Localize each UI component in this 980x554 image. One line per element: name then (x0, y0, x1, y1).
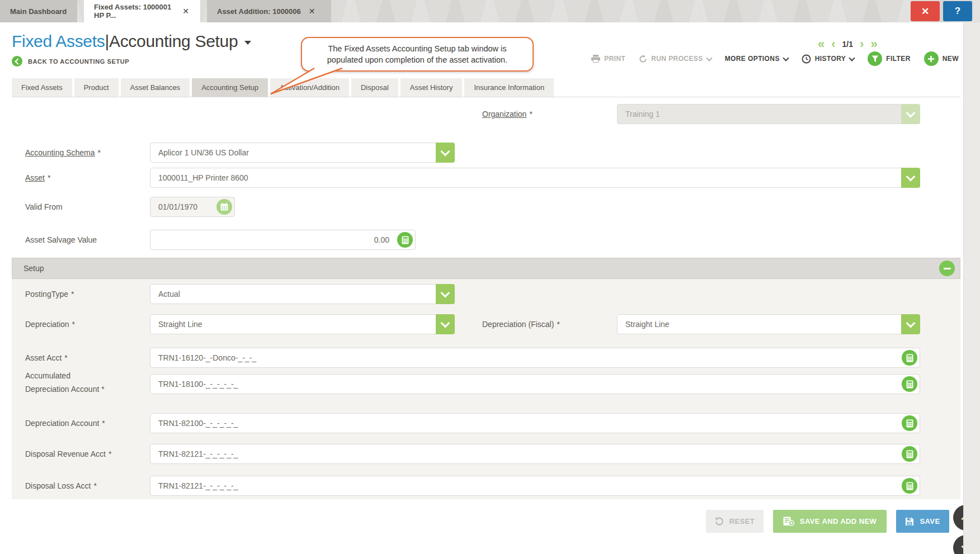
calculator-icon[interactable] (902, 415, 917, 431)
organization-dropdown-button (901, 104, 920, 124)
calculator-icon[interactable] (902, 350, 917, 366)
organization-label[interactable]: Organization * (482, 104, 533, 124)
accounting-schema-dropdown-button[interactable] (436, 143, 455, 163)
tab-accounting-setup[interactable]: Accounting Setup (192, 78, 268, 97)
save-button[interactable]: SAVE (896, 510, 949, 533)
new-button[interactable]: NEW (924, 51, 959, 66)
depreciation-fiscal-dropdown-button[interactable] (901, 314, 920, 334)
back-to-accounting-setup-link[interactable]: BACK TO ACCOUNTING SETUP (12, 56, 129, 67)
close-icon[interactable]: ✕ (181, 7, 190, 16)
depreciation-label: Depreciation * (25, 314, 75, 334)
close-icon[interactable]: ✕ (308, 7, 317, 16)
setup-section-title: Setup (23, 264, 44, 273)
back-circle (12, 56, 22, 67)
tab-label: Asset Balances (130, 83, 181, 92)
more-options-button[interactable]: MORE OPTIONS (725, 55, 788, 63)
label-text: Asset Acct (25, 353, 62, 362)
window-tab-fixed-assets[interactable]: Fixed Assets: 1000001 HP P... ✕ (84, 0, 200, 22)
window-tab-label: Main Dashboard (10, 7, 67, 16)
disposal-loss-acct-field[interactable]: TRN1-82121-_-_-_-_-_ (150, 476, 920, 496)
required-marker: * (102, 419, 105, 428)
label-text: Disposal Revenue Acct (25, 449, 106, 458)
page-title-module: Fixed Assets (12, 32, 105, 50)
asset-salvage-value-field[interactable]: 0.00 (150, 230, 416, 250)
accumulated-depreciation-account-field[interactable]: TRN1-18100-_-_-_-_-_ (150, 374, 920, 394)
calculator-icon[interactable] (397, 232, 413, 248)
main-content: Fixed Assets|Accounting Setup BACK TO AC… (0, 22, 980, 554)
label-text: Asset (25, 173, 45, 182)
run-process-button[interactable]: RUN PROCESS (639, 55, 711, 63)
calculator-icon[interactable] (902, 478, 917, 494)
calculator-icon[interactable] (902, 446, 917, 462)
asset-field[interactable]: 1000011_HP Printer 8600 (150, 168, 920, 188)
reset-button[interactable]: RESET (706, 510, 764, 533)
close-window-button[interactable]: ✕ (911, 1, 940, 21)
refresh-icon (639, 55, 647, 63)
window-tab-asset-addition[interactable]: Asset Addition: 1000006 ✕ (207, 0, 331, 22)
minus-icon (944, 268, 951, 269)
accounting-schema-field[interactable]: Aplicor 1 UN/36 US Dollar (150, 143, 455, 163)
chevron-down-icon (441, 318, 450, 328)
depreciation-account-field[interactable]: TRN1-82100-_-_-_-_-_ (150, 413, 920, 433)
tab-label: Fixed Assets (21, 83, 63, 92)
first-page-icon[interactable]: « (818, 38, 824, 50)
plus-icon (927, 55, 935, 63)
valid-from-value: 01/01/1970 (150, 202, 197, 211)
tab-product[interactable]: Product (74, 78, 119, 97)
callout-line1: The Fixed Assets Accounting Setup tab wi… (328, 43, 506, 54)
posting-type-field[interactable]: Actual (150, 284, 455, 304)
previous-page-icon[interactable]: ‹ (831, 38, 835, 50)
collapse-section-button[interactable] (939, 261, 955, 276)
tab-disposal[interactable]: Disposal (351, 78, 398, 97)
asset-dropdown-button[interactable] (901, 168, 920, 188)
filter-circle (868, 51, 882, 66)
filter-button[interactable]: FILTER (868, 51, 911, 66)
accounting-schema-label[interactable]: Accounting Schema * (25, 143, 101, 163)
back-link-label: BACK TO ACCOUNTING SETUP (28, 58, 129, 65)
save-label: SAVE (920, 517, 940, 525)
label-text: Organization (482, 110, 526, 119)
chevron-down-icon (783, 55, 789, 61)
asset-label[interactable]: Asset * (25, 168, 50, 188)
asset-acct-label: Asset Acct * (25, 348, 68, 368)
help-button[interactable]: ? (943, 1, 972, 21)
tab-label: Disposal (361, 83, 389, 92)
tab-fixed-assets[interactable]: Fixed Assets (12, 78, 72, 97)
label-text: Depreciation Account (25, 419, 99, 428)
asset-acct-field[interactable]: TRN1-16120-_-Donco-_-_-_ (150, 348, 920, 368)
depreciation-fiscal-field[interactable]: Straight Line (617, 314, 920, 334)
valid-from-label: Valid From (25, 197, 63, 217)
caret-down-icon[interactable] (244, 41, 251, 45)
record-pagination: « ‹ 1/1 › » (818, 38, 878, 50)
tab-label: Accounting Setup (201, 83, 258, 92)
required-marker: * (94, 481, 97, 490)
depreciation-dropdown-button[interactable] (436, 314, 455, 334)
save-and-add-new-button[interactable]: SAVE AND ADD NEW (773, 510, 887, 533)
posting-type-label: PostingType * (25, 284, 74, 304)
history-button[interactable]: HISTORY (802, 54, 854, 64)
tab-label: Product (84, 83, 109, 92)
label-text: Disposal Loss Acct (25, 481, 91, 490)
window-tab-main-dashboard[interactable]: Main Dashboard (0, 0, 77, 22)
last-page-icon[interactable]: » (870, 38, 877, 50)
printer-icon (591, 55, 600, 63)
depreciation-field[interactable]: Straight Line (150, 314, 455, 334)
calendar-icon[interactable] (216, 199, 232, 215)
save-icon (905, 517, 914, 526)
print-button[interactable]: PRINT (591, 55, 625, 63)
posting-type-dropdown-button[interactable] (436, 284, 455, 304)
valid-from-field[interactable]: 01/01/1970 (150, 197, 235, 217)
callout-tooltip: The Fixed Assets Accounting Setup tab wi… (301, 37, 534, 72)
next-page-icon[interactable]: › (860, 38, 864, 50)
tab-asset-history[interactable]: Asset History (401, 78, 463, 97)
tab-asset-balances[interactable]: Asset Balances (121, 78, 190, 97)
label-line1: Accumulated (25, 369, 105, 382)
depreciation-account-label: Depreciation Account * (25, 413, 105, 433)
disposal-revenue-acct-value: TRN1-82121-_-_-_-_-_ (150, 449, 238, 458)
print-label: PRINT (604, 55, 625, 63)
window-tab-label: Fixed Assets: 1000001 HP P... (94, 3, 175, 20)
vertical-scrollbar[interactable] (963, 22, 980, 554)
tab-insurance-information[interactable]: Insurance Information (464, 78, 554, 97)
disposal-revenue-acct-field[interactable]: TRN1-82121-_-_-_-_-_ (150, 444, 920, 464)
calculator-icon[interactable] (902, 376, 917, 392)
